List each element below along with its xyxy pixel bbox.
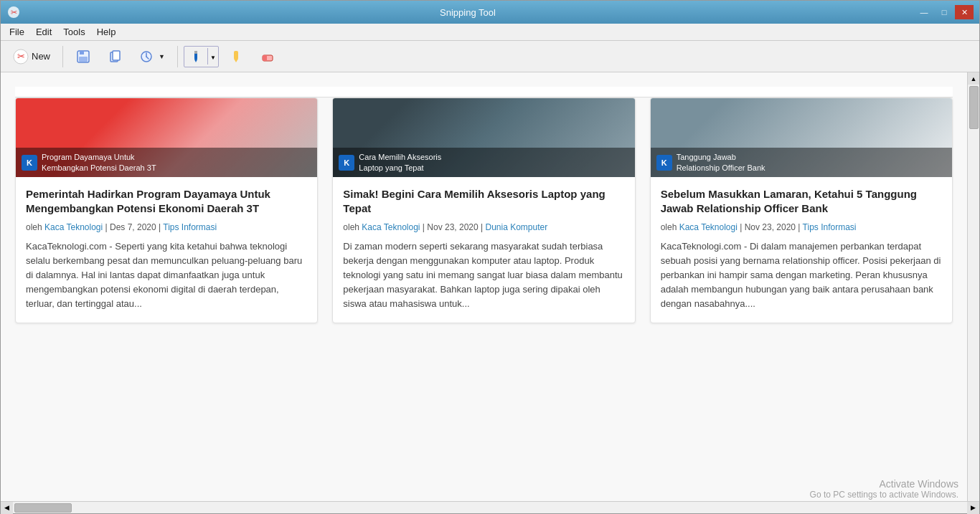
copy-button[interactable]	[100, 45, 129, 68]
card-author-link[interactable]: Kaca Teknologi	[362, 222, 420, 232]
card-title: Pemerintah Hadirkan Program Dayamaya Unt…	[26, 187, 307, 216]
scrollbar-horizontal[interactable]: ◀ ▶	[1, 501, 979, 513]
save-icon	[75, 49, 91, 65]
card-thumb-title: Cara Memilih AksesorisLaptop yang Tepat	[359, 152, 441, 173]
svg-marker-16	[234, 59, 238, 62]
article-card: K Tanggung JawabRelationship Officer Ban…	[650, 97, 953, 323]
delay-button[interactable]: ▼	[132, 45, 171, 68]
card-meta: oleh Kaca Teknologi | Nov 23, 2020 | Dun…	[343, 222, 624, 232]
svg-text:✂: ✂	[17, 51, 25, 62]
new-icon: ✂	[13, 49, 29, 65]
card-author-link[interactable]: Kaca Teknologi	[44, 222, 103, 232]
card-body: Simak! Begini Cara Memilih Aksesoris Lap…	[333, 177, 634, 323]
card-thumb-title: Tanggung JawabRelationship Officer Bank	[677, 152, 765, 173]
delay-icon	[138, 49, 154, 65]
delay-dropdown[interactable]: ▼	[132, 45, 171, 68]
menu-edit[interactable]: Edit	[30, 25, 57, 39]
eraser-icon	[260, 49, 275, 65]
marker-icon	[228, 49, 244, 65]
menu-tools[interactable]: Tools	[57, 25, 90, 39]
svg-rect-6	[79, 57, 88, 62]
svg-rect-8	[113, 51, 120, 60]
close-button[interactable]: ✕	[955, 5, 974, 19]
card-tips-link[interactable]: Tips Informasi	[163, 222, 217, 232]
card-thumb-overlay: K Program Dayamaya UntukKembangkan Poten…	[16, 148, 317, 177]
svg-rect-18	[263, 55, 267, 61]
card-thumbnail: K Program Dayamaya UntukKembangkan Poten…	[16, 98, 317, 177]
card-logo: K	[22, 155, 37, 171]
new-button[interactable]: ✂ New	[6, 45, 57, 68]
article-card: K Program Dayamaya UntukKembangkan Poten…	[15, 97, 318, 323]
svg-marker-13	[194, 60, 197, 62]
watermark-line2: Go to PC settings to activate Windows.	[810, 490, 958, 500]
scroll-up-arrow[interactable]: ▲	[968, 72, 980, 85]
pen-dropdown-arrow[interactable]: ▼	[207, 48, 218, 65]
activate-watermark: Activate Windows Go to PC settings to ac…	[810, 478, 958, 500]
card-excerpt: KacaTeknologi.com - Di dalam manajemen p…	[661, 239, 942, 312]
card-logo: K	[339, 155, 354, 171]
card-excerpt: Di zaman modern seperti sekarang masyara…	[343, 239, 624, 312]
scroll-thumb[interactable]	[969, 86, 979, 129]
card-tips-link[interactable]: Tips Informasi	[803, 222, 857, 232]
minimize-button[interactable]: —	[915, 5, 933, 19]
toolbar: ✂ New	[1, 41, 979, 72]
scroll-right-arrow[interactable]: ▶	[967, 502, 979, 514]
card-title: Simak! Begini Cara Memilih Aksesoris Lap…	[343, 187, 624, 216]
eraser-button[interactable]	[253, 45, 282, 68]
card-thumbnail: K Tanggung JawabRelationship Officer Ban…	[651, 98, 952, 177]
card-body: Sebelum Masukkan Lamaran, Ketahui 5 Tang…	[651, 177, 952, 323]
main-layout: K Program Dayamaya UntukKembangkan Poten…	[1, 72, 979, 501]
copy-icon	[107, 49, 123, 65]
card-logo: K	[656, 155, 672, 171]
scroll-horizontal-thumb[interactable]	[14, 503, 966, 513]
card-thumbnail: K Cara Memilih AksesorisLaptop yang Tepa…	[333, 98, 634, 177]
marker-button[interactable]	[222, 45, 250, 68]
card-thumb-overlay: K Cara Memilih AksesorisLaptop yang Tepa…	[333, 148, 634, 177]
app-icon: ✂	[6, 5, 21, 19]
card-thumb-overlay: K Tanggung JawabRelationship Officer Ban…	[651, 148, 952, 177]
cards-grid: K Program Dayamaya UntukKembangkan Poten…	[15, 97, 953, 338]
new-label: New	[32, 51, 50, 62]
title-bar: ✂ Snipping Tool — □ ✕	[1, 1, 979, 24]
article-card: K Cara Memilih AksesorisLaptop yang Tepa…	[332, 97, 635, 323]
svg-rect-5	[80, 51, 84, 54]
card-thumb-title: Program Dayamaya UntukKembangkan Potensi…	[42, 152, 156, 173]
menu-help[interactable]: Help	[91, 25, 122, 39]
window-controls: — □ ✕	[915, 5, 974, 19]
svg-rect-15	[234, 51, 238, 60]
scroll-left-arrow[interactable]: ◀	[1, 502, 13, 514]
delay-arrow: ▼	[159, 53, 165, 60]
maximize-button[interactable]: □	[935, 5, 953, 19]
watermark-line1: Activate Windows	[810, 478, 958, 490]
save-button[interactable]	[69, 45, 98, 68]
menu-bar: File Edit Tools Help	[1, 24, 979, 41]
svg-rect-14	[194, 51, 197, 54]
separator-1	[62, 46, 63, 67]
card-category-link[interactable]: Dunia Komputer	[486, 222, 548, 232]
pen-group: ▼	[184, 46, 219, 67]
content-viewport: K Program Dayamaya UntukKembangkan Poten…	[1, 72, 967, 501]
window-title: Snipping Tool	[21, 7, 915, 18]
scroll-horizontal-inner	[14, 503, 72, 513]
separator-2	[177, 46, 178, 67]
card-title: Sebelum Masukkan Lamaran, Ketahui 5 Tang…	[661, 187, 942, 216]
pen-button[interactable]	[184, 47, 207, 67]
menu-file[interactable]: File	[4, 25, 30, 39]
ruler	[15, 87, 953, 97]
card-meta: oleh Kaca Teknologi | Nov 23, 2020 | Tip…	[661, 222, 942, 232]
card-meta: oleh Kaca Teknologi | Des 7, 2020 | Tips…	[26, 222, 307, 232]
snipping-tool-window: ✂ Snipping Tool — □ ✕ File Edit Tools He…	[0, 0, 980, 514]
scrollbar-vertical[interactable]: ▲	[967, 72, 979, 501]
card-author-link[interactable]: Kaca Teknologi	[679, 222, 738, 232]
card-excerpt: KacaTeknologi.com - Seperti yang kita ke…	[26, 239, 307, 312]
svg-text:✂: ✂	[11, 8, 17, 16]
card-body: Pemerintah Hadirkan Program Dayamaya Unt…	[16, 177, 317, 323]
